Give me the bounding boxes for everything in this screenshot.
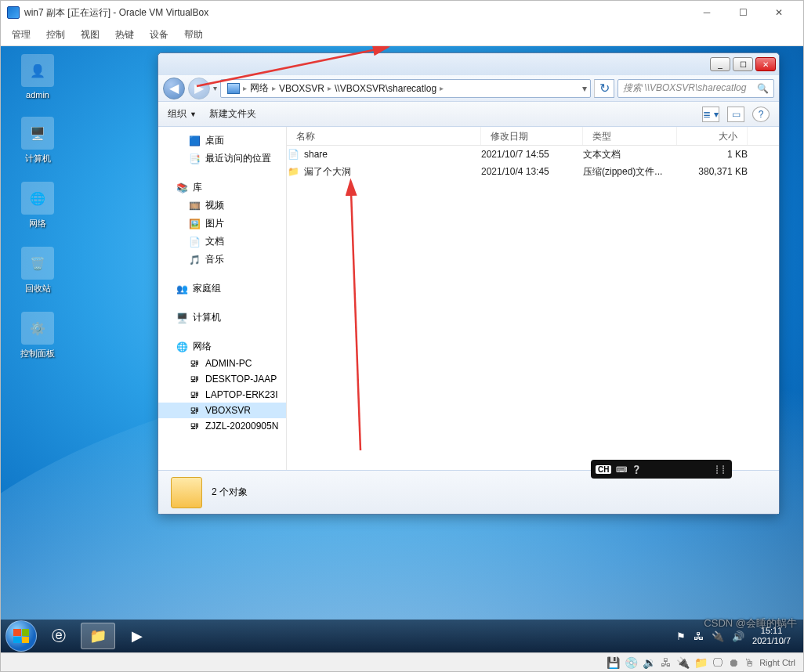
explorer-close-button[interactable]: ✕ bbox=[755, 57, 776, 71]
explorer-window[interactable]: _ ☐ ✕ ◀ ▶ ▾ ▸ 网络 ▸ VBOXSVR ▸ \\VBOXSVR\s… bbox=[158, 52, 780, 515]
col-name[interactable]: 名称 bbox=[287, 127, 481, 145]
col-type[interactable]: 类型 bbox=[583, 127, 677, 145]
pc-icon: 🖳 bbox=[188, 421, 201, 432]
nav-tree: 🟦桌面 📑最近访问的位置 📚库 🎞️视频 🖼️图片 📄文档 🎵音乐 👥家庭组 bbox=[158, 127, 287, 470]
watermark: CSDN @会睡的蜗牛 bbox=[704, 616, 797, 630]
vbox-menu-hotkey[interactable]: 热键 bbox=[107, 25, 142, 45]
vbox-optical-icon[interactable]: 💿 bbox=[625, 656, 638, 669]
tree-network-pc[interactable]: 🖳ADMIN-PC bbox=[158, 356, 286, 371]
tree-homegroup[interactable]: 👥家庭组 bbox=[158, 280, 286, 298]
address-bar[interactable]: ▸ 网络 ▸ VBOXSVR ▸ \\VBOXSVR\sharecatlog ▸… bbox=[220, 79, 591, 98]
vbox-host-key: Right Ctrl bbox=[759, 658, 795, 667]
vbox-menu-manage[interactable]: 管理 bbox=[4, 25, 38, 45]
desktop-icons: 👤admin 🖥️计算机 🌐网络 🗑️回收站 ⚙️控制面板 bbox=[10, 54, 65, 377]
virtualbox-icon bbox=[7, 6, 20, 19]
vbox-disk-icon[interactable]: 💾 bbox=[607, 656, 620, 669]
help-icon[interactable]: ❔ bbox=[632, 465, 641, 474]
preview-pane-button[interactable]: ▭ bbox=[727, 107, 744, 122]
explorer-titlebar[interactable]: _ ☐ ✕ bbox=[158, 53, 779, 75]
vbox-menu-control[interactable]: 控制 bbox=[38, 25, 73, 45]
taskbar-ie[interactable]: ⓔ bbox=[42, 623, 76, 649]
taskbar-explorer[interactable]: 📁 bbox=[81, 623, 115, 649]
address-dropdown-icon[interactable]: ▾ bbox=[582, 83, 587, 94]
pc-icon: 🖳 bbox=[188, 405, 201, 416]
search-icon[interactable]: 🔍 bbox=[757, 83, 769, 94]
view-options-button[interactable]: ≣ ▾ bbox=[702, 107, 719, 122]
video-icon: 🎞️ bbox=[188, 201, 201, 211]
help-button[interactable]: ? bbox=[752, 107, 770, 122]
vbox-shared-folder-icon[interactable]: 📁 bbox=[694, 656, 708, 669]
tree-network-pc[interactable]: 🖳LAPTOP-ERK23I bbox=[158, 387, 286, 403]
vbox-usb-icon[interactable]: 🔌 bbox=[676, 656, 690, 669]
keyboard-icon[interactable]: ⌨ bbox=[616, 465, 627, 474]
tray-volume-icon[interactable]: 🔊 bbox=[732, 630, 744, 642]
vbox-menu-view[interactable]: 视图 bbox=[73, 25, 107, 45]
tray-power-icon[interactable]: 🔌 bbox=[712, 630, 724, 642]
tree-desktop[interactable]: 🟦桌面 bbox=[158, 132, 286, 150]
vbox-mouse-icon[interactable]: 🖱 bbox=[744, 656, 755, 669]
search-input[interactable]: 搜索 \\VBOXSVR\sharecatlog 🔍 bbox=[617, 79, 774, 98]
folder-large-icon bbox=[171, 477, 202, 508]
tree-documents[interactable]: 📄文档 bbox=[158, 233, 286, 251]
breadcrumb-network[interactable]: 网络 bbox=[247, 81, 272, 95]
vbox-minimize-button[interactable]: ─ bbox=[689, 1, 725, 24]
vbox-display-icon[interactable]: 🖵 bbox=[712, 656, 723, 669]
tree-recent[interactable]: 📑最近访问的位置 bbox=[158, 150, 286, 168]
tray-network-icon[interactable]: 🖧 bbox=[694, 630, 704, 642]
vbox-statusbar: 💾 💿 🔉 🖧 🔌 📁 🖵 ⏺ 🖱 Right Ctrl bbox=[1, 652, 803, 671]
breadcrumb-folder[interactable]: \\VBOXSVR\sharecatlog bbox=[331, 83, 440, 94]
refresh-button[interactable]: ↻ bbox=[594, 79, 614, 98]
vbox-title: win7 副本 [正在运行] - Oracle VM VirtualBox bbox=[24, 6, 208, 20]
explorer-minimize-button[interactable]: _ bbox=[710, 57, 730, 71]
desktop-icon: 🟦 bbox=[188, 135, 201, 146]
vbox-audio-icon[interactable]: 🔉 bbox=[643, 656, 656, 669]
vbox-close-button[interactable]: ✕ bbox=[761, 1, 797, 24]
homegroup-icon: 👥 bbox=[176, 284, 188, 294]
desktop-icon-control-panel[interactable]: ⚙️控制面板 bbox=[10, 312, 65, 359]
explorer-maximize-button[interactable]: ☐ bbox=[733, 57, 753, 71]
new-folder-button[interactable]: 新建文件夹 bbox=[209, 107, 256, 121]
desktop-icon-computer[interactable]: 🖥️计算机 bbox=[10, 117, 65, 164]
tree-pictures[interactable]: 🖼️图片 bbox=[158, 215, 286, 233]
file-row[interactable]: 📄share 2021/10/7 14:55 文本文档 1 KB bbox=[287, 146, 779, 163]
breadcrumb-server[interactable]: VBOXSVR bbox=[276, 83, 328, 94]
nav-history-dropdown-icon[interactable]: ▾ bbox=[213, 84, 217, 92]
tree-network[interactable]: 🌐网络 bbox=[158, 338, 286, 356]
tray-flag-icon[interactable]: ⚑ bbox=[676, 630, 686, 642]
nav-forward-button[interactable]: ▶ bbox=[188, 78, 210, 99]
tree-computer[interactable]: 🖥️计算机 bbox=[158, 309, 286, 327]
tree-music[interactable]: 🎵音乐 bbox=[158, 251, 286, 269]
desktop-icon-network[interactable]: 🌐网络 bbox=[10, 182, 65, 229]
search-placeholder: 搜索 \\VBOXSVR\sharecatlog bbox=[623, 81, 746, 95]
taskbar: ⓔ 📁 ▶ ⚑ 🖧 🔌 🔊 15:11 2021/10/7 bbox=[1, 620, 803, 652]
network-icon: 🌐 bbox=[176, 341, 188, 352]
vbox-maximize-button[interactable]: ☐ bbox=[725, 1, 761, 24]
computer-icon bbox=[227, 83, 240, 94]
col-size[interactable]: 大小 bbox=[677, 127, 748, 145]
pc-icon: 🖳 bbox=[188, 358, 201, 369]
tree-network-pc[interactable]: 🖳ZJZL-20200905N bbox=[158, 418, 286, 434]
tree-libraries[interactable]: 📚库 bbox=[158, 179, 286, 197]
tree-network-pc[interactable]: 🖳DESKTOP-JAAP bbox=[158, 371, 286, 387]
vbox-menu-devices[interactable]: 设备 bbox=[142, 25, 176, 45]
nav-back-button[interactable]: ◀ bbox=[163, 78, 185, 99]
col-date[interactable]: 修改日期 bbox=[481, 127, 583, 145]
desktop-icon-recycle-bin[interactable]: 🗑️回收站 bbox=[10, 247, 65, 294]
start-button[interactable] bbox=[5, 620, 37, 652]
file-row[interactable]: 📁漏了个大洞 2021/10/4 13:45 压缩(zipped)文件... 3… bbox=[287, 163, 779, 180]
vbox-network-icon[interactable]: 🖧 bbox=[661, 656, 672, 669]
taskbar-media-player[interactable]: ▶ bbox=[120, 623, 154, 649]
tree-network-vboxsvr[interactable]: 🖳VBOXSVR bbox=[158, 403, 286, 418]
organize-button[interactable]: 组织 ▼ bbox=[168, 107, 197, 121]
explorer-toolbar: 组织 ▼ 新建文件夹 ≣ ▾ ▭ ? bbox=[158, 102, 779, 127]
recent-icon: 📑 bbox=[188, 154, 201, 164]
vbox-menu-help[interactable]: 帮助 bbox=[176, 25, 211, 45]
language-bar[interactable]: CH ⌨ ❔ ┊┊ bbox=[591, 460, 732, 479]
vbox-recording-icon[interactable]: ⏺ bbox=[728, 656, 739, 669]
desktop-icon-user[interactable]: 👤admin bbox=[10, 54, 65, 99]
guest-desktop: 👤admin 🖥️计算机 🌐网络 🗑️回收站 ⚙️控制面板 _ ☐ ✕ ◀ ▶ … bbox=[1, 46, 803, 652]
tree-videos[interactable]: 🎞️视频 bbox=[158, 197, 286, 215]
pc-icon: 🖳 bbox=[188, 374, 201, 385]
list-header: 名称 修改日期 类型 大小 bbox=[287, 127, 779, 146]
text-file-icon: 📄 bbox=[287, 148, 299, 161]
